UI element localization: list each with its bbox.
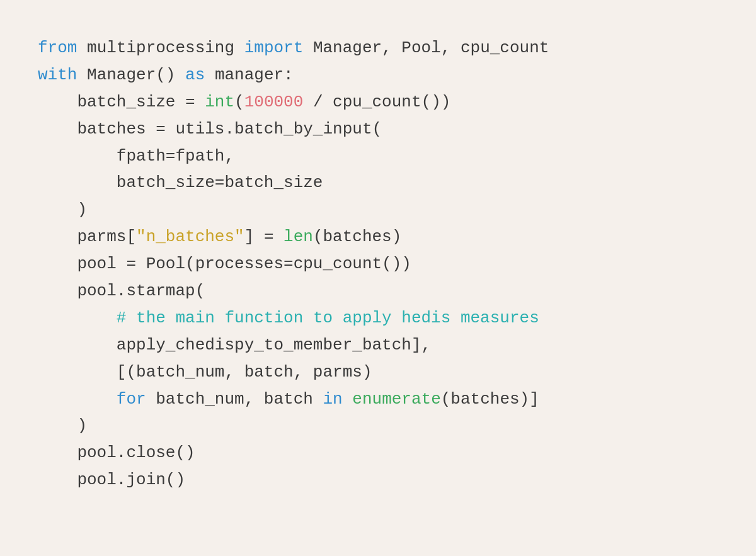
code-token: batch_size = <box>38 93 205 111</box>
code-token: ] = <box>244 227 284 246</box>
code-token <box>343 390 353 409</box>
code-line: with Manager() as manager: <box>38 62 718 89</box>
code-token: ) <box>38 416 87 435</box>
code-token: parms[ <box>38 227 136 246</box>
code-token: as <box>185 65 205 84</box>
code-token: pool.join() <box>38 470 185 489</box>
code-token: "n_batches" <box>136 227 244 246</box>
code-token: # the main function to apply hedis measu… <box>117 309 539 327</box>
code-token: (batches)] <box>441 390 539 409</box>
code-token: (batches) <box>313 227 401 246</box>
code-line: ) <box>38 196 718 224</box>
code-line: fpath=fpath, <box>38 143 718 170</box>
code-token <box>38 390 117 409</box>
code-line: batch_size=batch_size <box>38 169 718 196</box>
code-token: in <box>323 390 343 409</box>
code-token: manager: <box>205 65 293 84</box>
code-token: batch_num, batch <box>146 390 323 409</box>
code-token: apply_chedispy_to_member_batch], <box>38 336 431 355</box>
code-line: pool = Pool(processes=cpu_count()) <box>38 251 718 278</box>
code-token: batches = utils.batch_by_input( <box>38 120 382 139</box>
code-token: for <box>117 390 146 409</box>
code-token: pool.starmap( <box>38 281 205 300</box>
code-line: batch_size = int(100000 / cpu_count()) <box>38 89 718 116</box>
code-token: multiprocessing <box>77 38 244 57</box>
code-token: with <box>38 65 77 84</box>
code-block: from multiprocessing import Manager, Poo… <box>38 35 718 494</box>
code-line: # the main function to apply hedis measu… <box>38 305 718 332</box>
code-container: from multiprocessing import Manager, Poo… <box>0 0 756 556</box>
code-line: apply_chedispy_to_member_batch], <box>38 332 718 359</box>
code-line: ) <box>38 412 718 440</box>
code-token: / cpu_count()) <box>303 93 450 111</box>
code-token: 100000 <box>244 93 304 111</box>
code-token: ) <box>38 200 87 219</box>
code-line: [(batch_num, batch, parms) <box>38 359 718 386</box>
code-token: from <box>38 38 77 57</box>
code-token: pool = Pool(processes=cpu_count()) <box>38 254 411 273</box>
code-line: from multiprocessing import Manager, Poo… <box>38 35 718 62</box>
code-token: import <box>244 38 304 57</box>
code-token: Manager, Pool, cpu_count <box>303 38 549 57</box>
code-line: parms["n_batches"] = len(batches) <box>38 224 718 251</box>
code-token <box>38 309 117 327</box>
code-token: pool.close() <box>38 443 195 462</box>
code-line: batches = utils.batch_by_input( <box>38 116 718 143</box>
code-line: pool.starmap( <box>38 278 718 305</box>
code-line: for batch_num, batch in enumerate(batche… <box>38 386 718 413</box>
code-token: [(batch_num, batch, parms) <box>38 363 372 382</box>
code-line: pool.close() <box>38 440 718 467</box>
code-token: int <box>205 93 234 111</box>
code-token: ( <box>234 93 244 111</box>
code-token: enumerate <box>352 390 440 409</box>
code-token: batch_size=batch_size <box>38 173 323 192</box>
code-line: pool.join() <box>38 467 718 494</box>
code-token: len <box>284 227 313 246</box>
code-token: Manager() <box>77 65 185 84</box>
code-token: fpath=fpath, <box>38 147 234 166</box>
